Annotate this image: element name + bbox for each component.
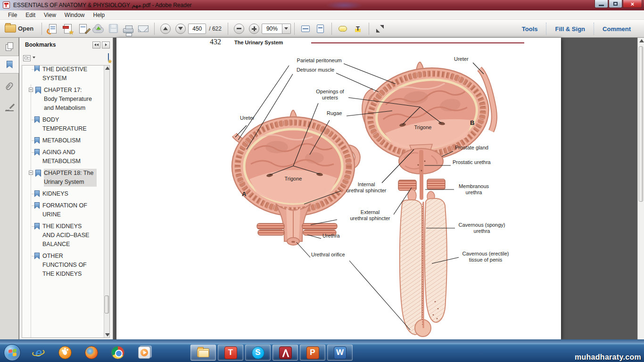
collapse-panel-button[interactable] — [92, 41, 100, 49]
bookmark-item[interactable]: OTHER FUNCTIONS OF THE KIDNEYS — [22, 250, 103, 280]
toolbar-separator — [294, 23, 295, 35]
bookmark-item[interactable]: BODY TEMPERATURE — [22, 114, 103, 135]
bookmark-item[interactable]: KIDNEYS — [22, 188, 103, 200]
document-scrollbar[interactable] — [637, 38, 644, 339]
save-button[interactable] — [106, 22, 121, 36]
menu-edit[interactable]: Edit — [21, 11, 40, 19]
bookmark-icon — [34, 223, 40, 230]
chevron-down-icon[interactable] — [33, 57, 35, 60]
fullscreen-button[interactable] — [372, 22, 388, 36]
bookmarks-scrollbar[interactable] — [104, 66, 109, 337]
email-button[interactable] — [136, 22, 151, 36]
bookmark-item[interactable]: FORMATION OF URINE — [22, 200, 103, 221]
chevron-left-icon — [97, 43, 99, 46]
page-number-input[interactable] — [188, 24, 206, 34]
scroll-down-icon[interactable] — [105, 333, 110, 337]
minimize-button[interactable] — [594, 0, 608, 8]
scroll-up-icon[interactable] — [639, 39, 644, 42]
zoom-level-value[interactable]: 90% — [262, 24, 282, 34]
send-online-button[interactable] — [91, 22, 106, 36]
menu-help[interactable]: Help — [89, 11, 109, 19]
powerpoint-icon: P — [306, 346, 319, 359]
menu-bar: File Edit View Window Help — [0, 10, 644, 20]
close-button[interactable]: × — [623, 0, 642, 8]
collapse-icon[interactable] — [29, 88, 33, 92]
create-pdf-button[interactable]: ★ — [60, 22, 75, 36]
bookmark-item[interactable]: CHAPTER 17: Body Temperature and Metabol… — [22, 84, 103, 114]
open-label[interactable]: Open — [18, 25, 33, 32]
page-down-icon — [175, 24, 186, 34]
scrollbar-thumb[interactable] — [105, 296, 109, 313]
zoom-dropdown-button[interactable] — [282, 24, 291, 34]
tab-comment[interactable]: Comment — [594, 23, 639, 35]
bookmark-item[interactable]: THE DIGESTIVE SYSTEM — [22, 65, 103, 84]
taskbar-chrome[interactable] — [111, 346, 125, 360]
taskbar-explorer[interactable] — [190, 345, 216, 361]
page-thumbnails-button[interactable] — [0, 38, 19, 56]
figure-label-cavernous-erectile: Cavernous (erectile) tissue of penis — [453, 251, 519, 263]
taskbar-firefox[interactable] — [84, 346, 99, 360]
zoom-in-button[interactable] — [247, 22, 262, 36]
fit-page-button[interactable] — [313, 22, 328, 36]
page-up-icon — [160, 24, 171, 34]
figure-label-urethra: Urethra — [322, 233, 340, 239]
tab-tools[interactable]: Tools — [513, 23, 546, 35]
figure-label-external-sphincter: External urethral sphincter — [338, 209, 402, 221]
taskbar-media-player[interactable] — [137, 346, 151, 360]
sign-button[interactable] — [75, 22, 91, 36]
attachments-button[interactable] — [0, 77, 19, 95]
collapse-icon[interactable] — [29, 171, 33, 175]
signatures-button[interactable] — [0, 99, 19, 117]
taskbar-word[interactable]: W — [327, 345, 353, 361]
bookmark-label: CHAPTER 17: Body Temperature and Metabol… — [44, 86, 97, 113]
previous-page-button[interactable] — [158, 22, 173, 36]
highlight-text-button[interactable]: T — [350, 22, 365, 36]
bookmarks-panel-button[interactable] — [0, 56, 19, 74]
bookmarks-title: Bookmarks — [25, 41, 91, 48]
scroll-up-icon[interactable] — [105, 66, 110, 70]
new-bookmark-button[interactable]: ★ — [108, 54, 109, 62]
bookmarks-panel: Bookmarks ★ THE DIGESTIVE SYSTEM CHAPTER… — [19, 38, 113, 339]
fit-width-icon — [301, 25, 310, 32]
bookmark-label: CHAPTER 18: The Urinary System — [44, 169, 97, 187]
ie-ring-icon — [32, 348, 45, 357]
scrollbar-thumb[interactable] — [639, 46, 643, 202]
figure-label-prostatic-urethra: Prostatic urethra — [453, 159, 491, 165]
expand-panel-button[interactable] — [102, 41, 110, 49]
taskbar-tango[interactable]: T — [218, 345, 243, 361]
bookmark-options-icon[interactable] — [23, 55, 31, 61]
zoom-in-icon — [249, 24, 259, 34]
skype-icon: S — [252, 346, 264, 359]
pdf-page: 432 The Urinary System — [116, 38, 561, 339]
share-document-icon — [49, 24, 57, 33]
sticky-note-button[interactable] — [335, 22, 350, 36]
taskbar-adobe-reader[interactable] — [272, 345, 298, 361]
share-button[interactable] — [45, 22, 60, 36]
print-button[interactable] — [121, 22, 136, 36]
menu-view[interactable]: View — [40, 11, 60, 19]
figure-label-trigone-b: Trigone — [405, 124, 441, 131]
figure-label-membranous-urethra: Membranous urethra — [446, 183, 501, 195]
taskbar-gom-player[interactable] — [58, 346, 72, 360]
taskbar-skype[interactable]: S — [245, 345, 271, 361]
taskbar-internet-explorer[interactable]: e — [32, 346, 46, 360]
menu-window[interactable]: Window — [60, 11, 89, 19]
bookmark-item[interactable]: METABOLISM — [22, 135, 103, 147]
tab-fill-sign[interactable]: Fill & Sign — [546, 23, 594, 35]
adobe-reader-icon — [279, 346, 292, 359]
zoom-out-button[interactable] — [231, 22, 247, 36]
bookmark-item[interactable]: THE KIDNEYS AND ACID–BASE BALANCE — [22, 221, 103, 250]
taskbar-powerpoint[interactable]: P — [300, 345, 325, 361]
menu-file[interactable]: File — [4, 11, 21, 19]
tool-panes: Tools Fill & Sign Comment — [513, 20, 639, 38]
print-icon — [123, 28, 133, 33]
start-button[interactable] — [4, 344, 21, 361]
bookmark-label: THE DIGESTIVE SYSTEM — [42, 65, 91, 83]
bookmark-item[interactable]: AGING AND METABOLISM — [22, 147, 103, 167]
fit-width-button[interactable] — [298, 22, 313, 36]
bookmark-item-selected[interactable]: CHAPTER 18: The Urinary System — [22, 167, 103, 188]
restore-button[interactable] — [609, 0, 622, 8]
bookmark-icon — [35, 87, 41, 94]
open-button[interactable] — [0, 22, 16, 36]
next-page-button[interactable] — [173, 22, 188, 36]
